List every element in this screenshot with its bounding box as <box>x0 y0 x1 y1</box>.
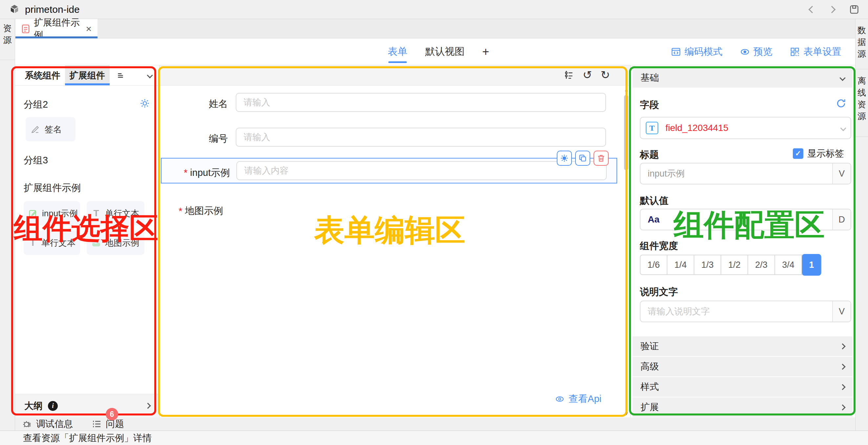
nav-forward-icon[interactable] <box>828 6 836 13</box>
app-title: primeton-ide <box>25 4 80 15</box>
outline-footer[interactable]: 大纲 i <box>15 394 159 417</box>
form-settings-button[interactable]: 表单设置 <box>789 45 841 58</box>
title-input[interactable] <box>641 169 832 179</box>
chevron-right-icon <box>839 384 845 390</box>
refresh-icon[interactable] <box>836 98 847 109</box>
map-icon <box>91 238 101 248</box>
group-title: 分组3 <box>24 154 48 167</box>
save-icon[interactable] <box>849 4 860 15</box>
component-delete-button[interactable] <box>594 151 609 166</box>
width-option[interactable]: 2/3 <box>748 255 775 274</box>
number-field[interactable] <box>236 128 606 147</box>
selected-component-input-example[interactable]: *input示例 <box>161 158 617 184</box>
component-item-input-example[interactable]: input示例 <box>24 201 80 225</box>
info-icon: i <box>48 401 58 411</box>
component-item-map-example[interactable]: 地图示例 <box>87 231 145 255</box>
width-option[interactable]: 1/6 <box>641 255 668 274</box>
list-menu-icon[interactable] <box>116 71 125 80</box>
view-api-link[interactable]: 查看Api <box>555 392 601 406</box>
scroll-up-icon[interactable]: ▲ <box>623 87 629 92</box>
preview-button[interactable]: 预览 <box>740 45 772 58</box>
scroll-down-icon[interactable]: ▼ <box>623 411 629 416</box>
group-gear-icon[interactable] <box>140 98 150 108</box>
undo-icon[interactable]: ↺ <box>583 69 592 81</box>
gear-icon <box>560 154 569 163</box>
pen-icon <box>30 124 41 134</box>
problems-count-badge: 6 <box>106 408 118 420</box>
width-option[interactable]: 1/4 <box>668 255 694 274</box>
close-icon[interactable]: × <box>86 24 92 34</box>
section-style[interactable]: 样式 <box>632 377 852 397</box>
description-input-group[interactable]: V <box>640 300 851 322</box>
nav-back-icon[interactable] <box>809 6 816 13</box>
section-advanced[interactable]: 高级 <box>632 357 852 376</box>
editor-toolbar: 表单 默认视图 + 编码模式 预览 表单设置 <box>15 38 855 65</box>
component-copy-button[interactable] <box>575 151 590 166</box>
chevron-right-icon[interactable] <box>145 403 151 409</box>
code-window-icon <box>671 46 681 57</box>
problems-button[interactable]: 问题 <box>91 418 124 430</box>
sidebar-item-offline-resources[interactable]: 离线资源 <box>856 75 867 122</box>
tab-extension-component-example[interactable]: 扩展组件示例 × <box>16 19 97 38</box>
title-bar: primeton-ide <box>0 0 868 19</box>
outline-tree-icon[interactable] <box>564 70 574 80</box>
component-item-signature[interactable]: 签名 <box>26 117 75 141</box>
component-settings-button[interactable] <box>557 151 572 166</box>
field-select[interactable]: T field_12034415 <box>640 117 851 139</box>
number-input[interactable] <box>236 132 606 142</box>
component-item-single-line-text[interactable]: T 单行文本 <box>87 201 145 225</box>
debug-info-button[interactable]: 调试信息 <box>22 418 73 430</box>
sidebar-item-data-source[interactable]: 数据源 <box>856 24 867 60</box>
section-validation[interactable]: 验证 <box>632 337 852 356</box>
dynamic-suffix-button[interactable]: D <box>832 210 850 230</box>
config-panel: 基础 字段 T field_12034415 标题 ✓ 显示标签 V 默认值 A… <box>630 65 855 417</box>
field-select-value: field_12034415 <box>665 123 728 133</box>
chevron-down-icon <box>839 75 845 81</box>
section-basic[interactable]: 基础 <box>632 68 852 88</box>
field-section-label: 字段 <box>640 98 659 112</box>
code-mode-button[interactable]: 编码模式 <box>671 45 722 58</box>
right-rail: 数据源 离线资源 <box>855 19 868 431</box>
tab-extension-components[interactable]: 扩展组件 <box>65 65 110 85</box>
section-extension[interactable]: 扩展 <box>632 398 852 417</box>
required-marker: * <box>179 206 182 217</box>
collapse-panel-icon[interactable] <box>147 72 153 78</box>
input-example-field[interactable] <box>236 161 607 180</box>
file-tab-label: 扩展组件示例 <box>34 17 80 41</box>
app-logo-icon <box>8 4 20 15</box>
width-section-label: 组件宽度 <box>640 240 678 253</box>
tab-form[interactable]: 表单 <box>388 38 407 65</box>
variable-suffix-button[interactable]: V <box>832 301 850 322</box>
width-option[interactable]: 3/4 <box>775 255 802 274</box>
chevron-down-icon <box>840 125 846 131</box>
vertical-scrollbar[interactable]: ▲ ▼ <box>623 87 629 416</box>
scrollbar-thumb[interactable] <box>624 95 628 170</box>
default-value-input-group[interactable]: Aa D <box>640 209 851 230</box>
input-example-input[interactable] <box>237 166 606 176</box>
redo-icon[interactable]: ↻ <box>601 69 610 81</box>
sidebar-item-resources[interactable]: 资源 <box>2 22 13 46</box>
component-width-segmented: 1/6 1/4 1/3 1/2 2/3 3/4 1 <box>640 255 822 275</box>
width-option[interactable]: 1/3 <box>694 255 721 274</box>
field-label: 姓名 <box>160 97 228 110</box>
chevron-right-icon <box>839 363 845 370</box>
tab-system-components[interactable]: 系统组件 <box>20 65 65 85</box>
default-value-input[interactable] <box>659 215 832 225</box>
name-field[interactable] <box>236 93 606 112</box>
description-label: 说明文字 <box>640 286 678 299</box>
variable-suffix-button[interactable]: V <box>832 163 850 184</box>
checkbox-checked-icon[interactable]: ✓ <box>793 148 803 159</box>
tab-default-view[interactable]: 默认视图 <box>425 38 465 65</box>
field-label: *地图示例 <box>179 204 223 218</box>
width-option-selected[interactable]: 1 <box>802 254 821 276</box>
show-label-checkbox-row[interactable]: ✓ 显示标签 <box>793 147 844 160</box>
component-item-single-line-text[interactable]: T 单行文本 <box>24 231 80 255</box>
description-input[interactable] <box>641 307 832 317</box>
add-view-button[interactable]: + <box>482 38 489 65</box>
group-title: 扩展组件示例 <box>24 182 81 195</box>
title-input-group[interactable]: V <box>640 163 851 184</box>
view-tabs: 表单 默认视图 + <box>388 38 489 65</box>
width-option[interactable]: 1/2 <box>721 255 748 274</box>
chevron-right-icon <box>839 404 845 410</box>
name-input[interactable] <box>236 97 606 108</box>
